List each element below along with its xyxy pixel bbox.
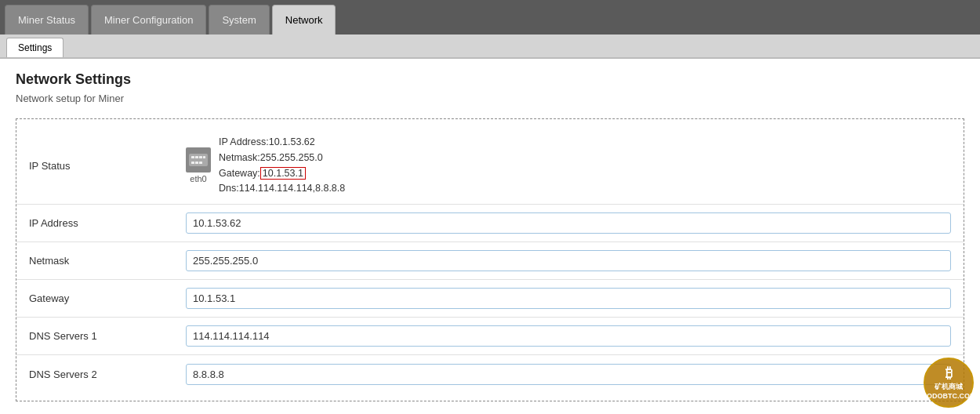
- dns1-row: DNS Servers 1: [16, 318, 964, 355]
- dns2-row: DNS Servers 2: [16, 355, 964, 393]
- dns1-value: [186, 325, 951, 347]
- dns1-input[interactable]: [186, 325, 951, 347]
- ip-status-row: IP Status: [16, 127, 964, 205]
- netmask-input[interactable]: [186, 250, 951, 271]
- dns2-value: [186, 364, 951, 385]
- netmask-status-line: Netmask:255.255.255.0: [219, 151, 345, 165]
- page-subtitle: Network setup for Miner: [16, 93, 964, 104]
- ip-address-status-line: IP Address:10.1.53.62: [219, 135, 345, 150]
- dns2-label: DNS Servers 2: [29, 369, 186, 380]
- tab-bar: Miner Status Miner Configuration System …: [0, 0, 980, 34]
- gateway-status-line: Gateway:10.1.53.1: [219, 166, 345, 181]
- ip-status-value: eth0 IP Address:10.1.53.62 Netmask:255.2…: [186, 135, 951, 196]
- ip-address-label: IP Address: [29, 217, 186, 229]
- svg-rect-6: [199, 162, 202, 164]
- sub-tab-bar: Settings: [0, 34, 980, 59]
- ip-address-value: [186, 212, 951, 234]
- svg-rect-5: [199, 156, 202, 158]
- eth-icon: [186, 147, 211, 172]
- gateway-input[interactable]: [186, 288, 951, 309]
- netmask-row: Netmask: [16, 242, 964, 280]
- tab-system[interactable]: System: [209, 5, 269, 34]
- svg-rect-3: [195, 156, 198, 158]
- gateway-row: Gateway: [16, 280, 964, 318]
- sub-tab-settings[interactable]: Settings: [6, 38, 64, 57]
- page-content: Network Settings Network setup for Miner…: [0, 59, 980, 414]
- gateway-highlight: 10.1.53.1: [260, 167, 306, 180]
- netmask-value: [186, 250, 951, 271]
- gateway-label: Gateway: [29, 292, 186, 304]
- svg-rect-0: [189, 154, 208, 166]
- svg-rect-1: [191, 156, 194, 158]
- ip-status-block: IP Address:10.1.53.62 Netmask:255.255.25…: [219, 135, 345, 196]
- svg-rect-7: [203, 156, 205, 158]
- dns-status-line: Dns:114.114.114.114,8.8.8.8: [219, 181, 345, 196]
- page-title: Network Settings: [16, 71, 964, 88]
- ip-address-input[interactable]: [186, 212, 951, 234]
- gateway-value: [186, 288, 951, 309]
- netmask-label: Netmask: [29, 255, 186, 267]
- ip-status-label: IP Status: [29, 160, 186, 172]
- dns1-label: DNS Servers 1: [29, 330, 186, 342]
- svg-rect-2: [191, 162, 194, 164]
- svg-rect-4: [195, 162, 198, 164]
- tab-miner-configuration[interactable]: Miner Configuration: [91, 5, 206, 34]
- tab-network[interactable]: Network: [272, 5, 336, 34]
- dns2-input[interactable]: [186, 364, 951, 385]
- watermark: ₿ 矿机商城 DODOBTC.COM: [924, 358, 974, 408]
- eth-label: eth0: [190, 174, 206, 183]
- tab-miner-status[interactable]: Miner Status: [5, 5, 89, 34]
- watermark-line1: 矿机商城: [935, 383, 963, 392]
- network-form: IP Status: [16, 118, 964, 401]
- watermark-symbol: ₿: [946, 365, 953, 383]
- ip-address-row: IP Address: [16, 205, 964, 242]
- watermark-line2: DODOBTC.COM: [922, 392, 976, 401]
